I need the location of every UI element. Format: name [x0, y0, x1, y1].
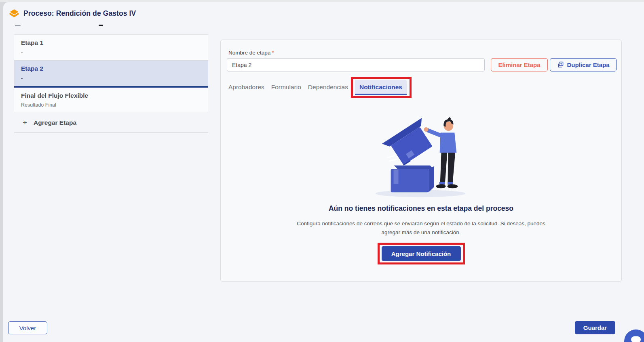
tab-label: Notificaciones — [359, 84, 402, 90]
tab-notificaciones[interactable]: Notificaciones — [355, 80, 407, 95]
page-header: Proceso: Rendición de Gastos IV — [9, 8, 136, 19]
tab-formulario[interactable]: Formulario — [271, 80, 301, 94]
stage-tabs: Aprobadores Formulario Dependencias Noti… — [228, 79, 407, 96]
stage-item-etapa-1[interactable]: Etapa 1 - — [14, 34, 208, 61]
stage-item-final-flujo[interactable]: Final del Flujo Flexible Resultado Final — [14, 88, 208, 113]
tab-dependencias[interactable]: Dependencias — [308, 80, 348, 94]
stage-subtitle: - — [21, 75, 201, 81]
save-button[interactable]: Guardar — [575, 321, 615, 334]
duplicate-icon — [557, 61, 564, 68]
add-notification-area: Agregar Notificación — [382, 246, 461, 261]
stage-name-label: Nombre de etapa* — [228, 50, 274, 56]
chat-bubble-icon — [631, 336, 641, 342]
stage-title: Etapa 2 — [21, 65, 201, 72]
duplicate-button-label: Duplicar Etapa — [567, 61, 609, 68]
add-stage-label: Agregar Etapa — [34, 119, 76, 126]
duplicate-stage-button[interactable]: Duplicar Etapa — [550, 58, 617, 71]
empty-state-description: Configura notificaciones de correos que … — [288, 219, 555, 237]
stage-config-panel: Nombre de etapa* Eliminar Etapa Duplicar… — [220, 40, 622, 282]
app-surface: Proceso: Rendición de Gastos IV Etapa 1 … — [3, 2, 644, 342]
stage-subtitle: Resultado Final — [21, 102, 201, 108]
plus-icon: + — [23, 119, 27, 126]
clipped-text-fragment — [15, 25, 21, 26]
page-title: Proceso: Rendición de Gastos IV — [23, 9, 136, 18]
chat-widget-button[interactable] — [624, 329, 644, 342]
stage-subtitle: - — [21, 49, 201, 55]
tab-aprobadores[interactable]: Aprobadores — [228, 80, 264, 94]
add-notification-button[interactable]: Agregar Notificación — [382, 246, 461, 261]
empty-state-title: Aún no tienes notificaciones en esta eta… — [221, 204, 621, 213]
empty-state-illustration — [373, 115, 469, 200]
stage-item-etapa-2[interactable]: Etapa 2 - — [14, 61, 208, 88]
layers-icon — [9, 8, 19, 19]
stage-title: Etapa 1 — [21, 39, 201, 46]
delete-stage-button[interactable]: Eliminar Etapa — [491, 58, 548, 71]
stage-title: Final del Flujo Flexible — [21, 92, 201, 99]
clipped-text-fragment — [99, 25, 103, 26]
required-asterisk: * — [272, 50, 274, 56]
add-stage-button[interactable]: + Agregar Etapa — [14, 113, 208, 133]
back-button[interactable]: Volver — [8, 321, 47, 334]
stage-list: Etapa 1 - Etapa 2 - Final del Flujo Flex… — [14, 34, 208, 133]
stage-name-input[interactable] — [227, 58, 485, 71]
